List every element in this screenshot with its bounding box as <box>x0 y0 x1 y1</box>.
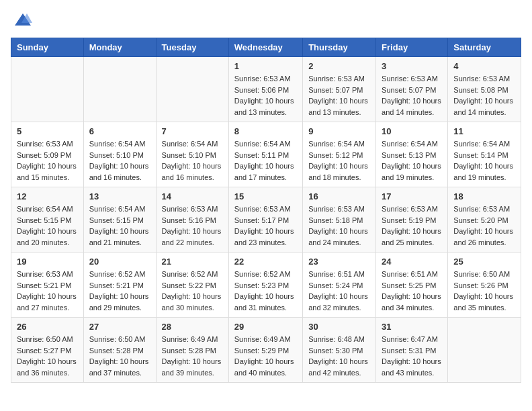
calendar-cell: 20Sunrise: 6:52 AM Sunset: 5:21 PM Dayli… <box>83 253 156 318</box>
calendar-cell: 21Sunrise: 6:52 AM Sunset: 5:22 PM Dayli… <box>156 253 228 318</box>
calendar-cell: 22Sunrise: 6:52 AM Sunset: 5:23 PM Dayli… <box>228 253 302 318</box>
calendar-cell: 18Sunrise: 6:53 AM Sunset: 5:20 PM Dayli… <box>448 187 521 253</box>
day-number: 17 <box>382 191 442 201</box>
calendar-week-2: 12Sunrise: 6:54 AM Sunset: 5:15 PM Dayli… <box>11 187 521 253</box>
day-info: Sunrise: 6:49 AM Sunset: 5:29 PM Dayligh… <box>234 334 297 378</box>
calendar-cell: 11Sunrise: 6:54 AM Sunset: 5:14 PM Dayli… <box>448 122 521 187</box>
day-number: 30 <box>308 322 370 332</box>
day-info: Sunrise: 6:50 AM Sunset: 5:27 PM Dayligh… <box>17 334 78 378</box>
day-number: 4 <box>453 61 515 71</box>
day-number: 13 <box>89 191 150 201</box>
day-info: Sunrise: 6:49 AM Sunset: 5:28 PM Dayligh… <box>162 334 223 378</box>
calendar-cell: 31Sunrise: 6:47 AM Sunset: 5:31 PM Dayli… <box>376 318 448 383</box>
calendar-week-1: 5Sunrise: 6:53 AM Sunset: 5:09 PM Daylig… <box>11 122 521 187</box>
day-number: 28 <box>162 322 223 332</box>
day-info: Sunrise: 6:54 AM Sunset: 5:12 PM Dayligh… <box>308 138 370 183</box>
day-number: 23 <box>308 257 370 267</box>
calendar-week-3: 19Sunrise: 6:53 AM Sunset: 5:21 PM Dayli… <box>11 253 521 318</box>
day-info: Sunrise: 6:53 AM Sunset: 5:08 PM Dayligh… <box>453 73 515 118</box>
day-info: Sunrise: 6:53 AM Sunset: 5:16 PM Dayligh… <box>162 203 223 248</box>
day-info: Sunrise: 6:52 AM Sunset: 5:23 PM Dayligh… <box>234 269 297 313</box>
calendar-cell: 5Sunrise: 6:53 AM Sunset: 5:09 PM Daylig… <box>11 122 84 187</box>
calendar-cell: 9Sunrise: 6:54 AM Sunset: 5:12 PM Daylig… <box>303 122 376 187</box>
day-info: Sunrise: 6:50 AM Sunset: 5:28 PM Dayligh… <box>89 334 150 378</box>
calendar-cell <box>448 318 521 383</box>
day-number: 5 <box>17 126 78 136</box>
day-info: Sunrise: 6:51 AM Sunset: 5:24 PM Dayligh… <box>308 269 370 313</box>
calendar-cell: 2Sunrise: 6:53 AM Sunset: 5:07 PM Daylig… <box>303 57 376 122</box>
day-number: 27 <box>89 322 150 332</box>
calendar-cell: 15Sunrise: 6:53 AM Sunset: 5:17 PM Dayli… <box>228 187 302 253</box>
weekday-header-saturday: Saturday <box>448 38 521 57</box>
day-info: Sunrise: 6:52 AM Sunset: 5:22 PM Dayligh… <box>162 269 223 313</box>
calendar-cell: 14Sunrise: 6:53 AM Sunset: 5:16 PM Dayli… <box>156 187 228 253</box>
day-info: Sunrise: 6:51 AM Sunset: 5:25 PM Dayligh… <box>382 269 442 313</box>
day-number: 19 <box>17 257 78 267</box>
calendar-cell: 24Sunrise: 6:51 AM Sunset: 5:25 PM Dayli… <box>376 253 448 318</box>
day-info: Sunrise: 6:53 AM Sunset: 5:19 PM Dayligh… <box>382 203 442 248</box>
day-number: 2 <box>308 61 370 71</box>
day-info: Sunrise: 6:48 AM Sunset: 5:30 PM Dayligh… <box>308 334 370 378</box>
day-number: 8 <box>234 126 297 136</box>
calendar-cell <box>83 57 156 122</box>
calendar-cell: 16Sunrise: 6:53 AM Sunset: 5:18 PM Dayli… <box>303 187 376 253</box>
calendar-cell <box>11 57 84 122</box>
day-number: 24 <box>382 257 442 267</box>
calendar-week-0: 1Sunrise: 6:53 AM Sunset: 5:06 PM Daylig… <box>11 57 521 122</box>
calendar-cell: 28Sunrise: 6:49 AM Sunset: 5:28 PM Dayli… <box>156 318 228 383</box>
day-info: Sunrise: 6:50 AM Sunset: 5:26 PM Dayligh… <box>453 269 515 313</box>
day-number: 31 <box>382 322 442 332</box>
day-info: Sunrise: 6:54 AM Sunset: 5:15 PM Dayligh… <box>89 203 150 248</box>
calendar-cell: 10Sunrise: 6:54 AM Sunset: 5:13 PM Dayli… <box>376 122 448 187</box>
weekday-header-thursday: Thursday <box>303 38 376 57</box>
day-info: Sunrise: 6:52 AM Sunset: 5:21 PM Dayligh… <box>89 269 150 313</box>
page-header <box>11 11 521 30</box>
calendar-cell: 27Sunrise: 6:50 AM Sunset: 5:28 PM Dayli… <box>83 318 156 383</box>
calendar-cell: 19Sunrise: 6:53 AM Sunset: 5:21 PM Dayli… <box>11 253 84 318</box>
calendar-cell: 7Sunrise: 6:54 AM Sunset: 5:10 PM Daylig… <box>156 122 228 187</box>
day-info: Sunrise: 6:53 AM Sunset: 5:20 PM Dayligh… <box>453 203 515 248</box>
day-number: 26 <box>17 322 78 332</box>
day-info: Sunrise: 6:54 AM Sunset: 5:11 PM Dayligh… <box>234 138 297 183</box>
weekday-header-monday: Monday <box>83 38 156 57</box>
day-info: Sunrise: 6:47 AM Sunset: 5:31 PM Dayligh… <box>382 334 442 378</box>
calendar-cell: 4Sunrise: 6:53 AM Sunset: 5:08 PM Daylig… <box>448 57 521 122</box>
day-info: Sunrise: 6:53 AM Sunset: 5:21 PM Dayligh… <box>17 269 78 313</box>
weekday-header-tuesday: Tuesday <box>156 38 228 57</box>
calendar-table: SundayMondayTuesdayWednesdayThursdayFrid… <box>11 38 521 383</box>
day-number: 1 <box>234 61 297 71</box>
day-info: Sunrise: 6:53 AM Sunset: 5:09 PM Dayligh… <box>17 138 78 183</box>
day-number: 11 <box>453 126 515 136</box>
day-number: 14 <box>162 191 223 201</box>
day-info: Sunrise: 6:54 AM Sunset: 5:13 PM Dayligh… <box>382 138 442 183</box>
calendar-cell: 1Sunrise: 6:53 AM Sunset: 5:06 PM Daylig… <box>228 57 302 122</box>
day-number: 12 <box>17 191 78 201</box>
day-number: 9 <box>308 126 370 136</box>
day-number: 22 <box>234 257 297 267</box>
day-number: 10 <box>382 126 442 136</box>
day-number: 16 <box>308 191 370 201</box>
day-info: Sunrise: 6:54 AM Sunset: 5:10 PM Dayligh… <box>89 138 150 183</box>
day-number: 29 <box>234 322 297 332</box>
day-number: 6 <box>89 126 150 136</box>
calendar-cell: 8Sunrise: 6:54 AM Sunset: 5:11 PM Daylig… <box>228 122 302 187</box>
calendar-cell: 17Sunrise: 6:53 AM Sunset: 5:19 PM Dayli… <box>376 187 448 253</box>
day-info: Sunrise: 6:53 AM Sunset: 5:17 PM Dayligh… <box>234 203 297 248</box>
calendar-cell: 13Sunrise: 6:54 AM Sunset: 5:15 PM Dayli… <box>83 187 156 253</box>
calendar-cell: 30Sunrise: 6:48 AM Sunset: 5:30 PM Dayli… <box>303 318 376 383</box>
day-info: Sunrise: 6:53 AM Sunset: 5:06 PM Dayligh… <box>234 73 297 118</box>
weekday-header-wednesday: Wednesday <box>228 38 302 57</box>
day-info: Sunrise: 6:54 AM Sunset: 5:14 PM Dayligh… <box>453 138 515 183</box>
day-number: 15 <box>234 191 297 201</box>
calendar-cell: 29Sunrise: 6:49 AM Sunset: 5:29 PM Dayli… <box>228 318 302 383</box>
day-number: 25 <box>453 257 515 267</box>
calendar-cell <box>156 57 228 122</box>
weekday-header-friday: Friday <box>376 38 448 57</box>
day-info: Sunrise: 6:54 AM Sunset: 5:10 PM Dayligh… <box>162 138 223 183</box>
weekday-header-sunday: Sunday <box>11 38 84 57</box>
calendar-cell: 12Sunrise: 6:54 AM Sunset: 5:15 PM Dayli… <box>11 187 84 253</box>
weekday-header-row: SundayMondayTuesdayWednesdayThursdayFrid… <box>11 38 521 57</box>
logo <box>11 11 32 30</box>
day-info: Sunrise: 6:53 AM Sunset: 5:07 PM Dayligh… <box>382 73 442 118</box>
day-number: 3 <box>382 61 442 71</box>
